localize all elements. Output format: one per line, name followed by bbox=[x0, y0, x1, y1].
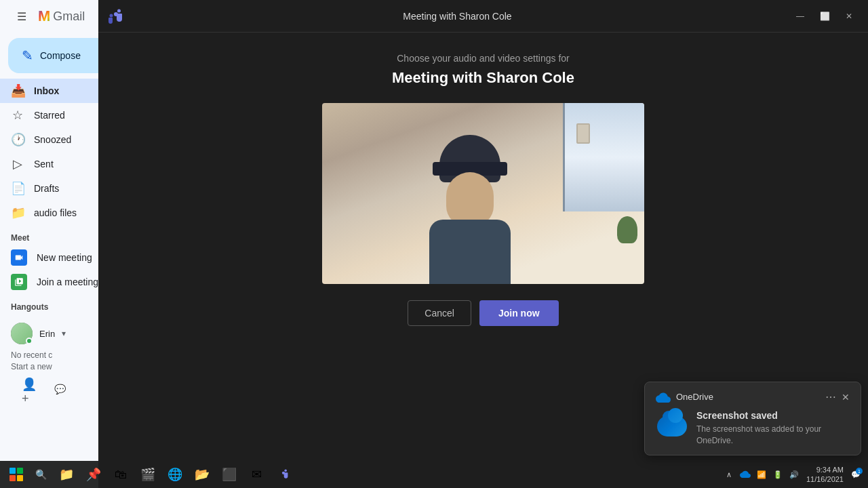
new-meeting-label: New meeting bbox=[37, 252, 92, 263]
tray-expand[interactable]: ∧ bbox=[722, 468, 736, 481]
win-q2 bbox=[17, 468, 23, 474]
teams-titlebar: Meeting with Sharon Cole — ⬜ ✕ bbox=[98, 0, 868, 33]
starred-label: Starred bbox=[34, 110, 65, 121]
win-q1 bbox=[9, 468, 16, 474]
audio-icon: 📁 bbox=[11, 205, 24, 220]
taskbar-app-pin[interactable]: 📌 bbox=[81, 462, 106, 487]
taskbar-apps: 📁 📌 🛍 🎬 🌐 📂 ⬛ ✉ bbox=[54, 462, 296, 487]
close-button[interactable]: ✕ bbox=[838, 7, 860, 26]
toast-brand: OneDrive bbox=[656, 392, 713, 403]
meeting-name: Meeting with Sharon Cole bbox=[392, 69, 574, 87]
starred-icon: ☆ bbox=[11, 108, 24, 123]
taskbar-app-teams[interactable] bbox=[271, 462, 296, 487]
window-background bbox=[563, 103, 644, 211]
sent-icon: ▷ bbox=[11, 157, 24, 171]
notification-center[interactable]: 💬 1 bbox=[849, 468, 863, 481]
toast-menu-button[interactable]: ⋯ bbox=[825, 390, 836, 403]
inbox-icon: 📥 bbox=[11, 83, 24, 98]
add-people-button[interactable]: 👤+ bbox=[22, 381, 43, 403]
plant bbox=[617, 216, 637, 243]
teams-logo bbox=[106, 7, 125, 26]
action-buttons: Cancel Join now bbox=[408, 300, 558, 326]
toast-header: OneDrive ⋯ ✕ bbox=[656, 390, 850, 403]
taskbar-tray: ∧ 📶 🔋 🔊 bbox=[722, 468, 801, 481]
notification-badge: 1 bbox=[856, 468, 863, 474]
teams-content: Choose your audio and video settings for… bbox=[98, 33, 868, 340]
hangout-status: ▾ bbox=[62, 329, 66, 338]
taskbar-search-button[interactable]: 🔍 bbox=[30, 464, 52, 485]
time-display: 9:34 AM bbox=[806, 465, 844, 474]
taskbar-app-store[interactable]: 🛍 bbox=[108, 462, 133, 487]
minimize-button[interactable]: — bbox=[789, 7, 811, 26]
taskbar-app-media[interactable]: 🎬 bbox=[136, 462, 160, 487]
online-indicator bbox=[26, 338, 33, 344]
tray-volume[interactable]: 🔊 bbox=[787, 468, 801, 481]
onedrive-cloud-icon bbox=[656, 392, 671, 403]
toast-actions: ⋯ ✕ bbox=[825, 390, 850, 403]
win-q4 bbox=[17, 475, 23, 481]
toast-close-button[interactable]: ✕ bbox=[842, 392, 850, 403]
onedrive-toast: OneDrive ⋯ ✕ Screenshot saved The screen… bbox=[644, 382, 861, 455]
tray-wifi[interactable]: 📶 bbox=[755, 468, 768, 481]
sent-label: Sent bbox=[34, 159, 54, 169]
teams-icon bbox=[106, 7, 125, 26]
taskbar-app-mail[interactable]: ✉ bbox=[244, 462, 269, 487]
win-q3 bbox=[9, 475, 16, 481]
taskbar-app-terminal[interactable]: ⬛ bbox=[217, 462, 241, 487]
join-meeting-label: Join a meeting bbox=[37, 277, 98, 287]
audio-label: audio files bbox=[34, 207, 77, 218]
wall-outlet bbox=[576, 123, 590, 144]
meeting-subtitle: Choose your audio and video settings for bbox=[397, 53, 570, 64]
start-button[interactable] bbox=[5, 464, 27, 485]
date-display: 11/16/2021 bbox=[806, 474, 844, 484]
face bbox=[446, 172, 494, 226]
video-preview: Background filters bbox=[322, 103, 644, 284]
snoozed-label: Snoozed bbox=[34, 134, 71, 145]
body bbox=[429, 220, 511, 284]
person-silhouette bbox=[402, 121, 538, 284]
join-meeting-icon bbox=[11, 274, 27, 290]
join-now-button[interactable]: Join now bbox=[479, 300, 559, 326]
toast-app-name: OneDrive bbox=[676, 392, 713, 402]
tray-onedrive[interactable] bbox=[738, 468, 752, 481]
toast-body: Screenshot saved The screenshot was adde… bbox=[656, 410, 850, 447]
toast-onedrive-icon bbox=[656, 410, 688, 443]
hangout-username: Erin bbox=[39, 329, 55, 339]
user-avatar-erin bbox=[11, 323, 33, 344]
dialog-title: Meeting with Sharon Cole bbox=[403, 11, 511, 22]
video-frame bbox=[322, 103, 644, 284]
taskbar-app-files[interactable]: 📂 bbox=[190, 462, 214, 487]
cancel-button[interactable]: Cancel bbox=[408, 300, 471, 326]
svg-point-0 bbox=[110, 14, 113, 17]
cloud-shape bbox=[657, 416, 687, 436]
snoozed-icon: 🕐 bbox=[11, 132, 24, 147]
window-controls: — ⬜ ✕ bbox=[789, 7, 860, 26]
drafts-label: Drafts bbox=[34, 183, 59, 194]
compose-icon: ✎ bbox=[22, 47, 33, 64]
gmail-logo: M Gmail bbox=[38, 7, 85, 25]
gmail-logo-m: M bbox=[38, 7, 50, 25]
toast-message: The screenshot was added to your OneDriv… bbox=[696, 424, 850, 447]
toast-title: Screenshot saved bbox=[696, 410, 850, 421]
taskbar: 🔍 📁 📌 🛍 🎬 🌐 📂 ⬛ ✉ ∧ 📶 🔋 🔊 9:34 AM bbox=[0, 461, 868, 488]
tray-battery[interactable]: 🔋 bbox=[771, 468, 785, 481]
taskbar-time[interactable]: 9:34 AM 11/16/2021 bbox=[801, 465, 849, 485]
gmail-logo-text: Gmail bbox=[53, 9, 85, 24]
new-meeting-icon bbox=[11, 249, 27, 266]
maximize-button[interactable]: ⬜ bbox=[814, 7, 835, 26]
chat-button[interactable]: 💬 bbox=[49, 378, 71, 400]
taskbar-app-explorer[interactable]: 📁 bbox=[54, 462, 79, 487]
hamburger-menu[interactable]: ☰ bbox=[11, 5, 33, 27]
compose-label: Compose bbox=[40, 50, 81, 61]
windows-logo bbox=[9, 468, 23, 481]
inbox-label: Inbox bbox=[34, 85, 59, 96]
drafts-icon: 📄 bbox=[11, 181, 24, 196]
taskbar-app-edge[interactable]: 🌐 bbox=[163, 462, 187, 487]
toast-text-content: Screenshot saved The screenshot was adde… bbox=[696, 410, 850, 447]
